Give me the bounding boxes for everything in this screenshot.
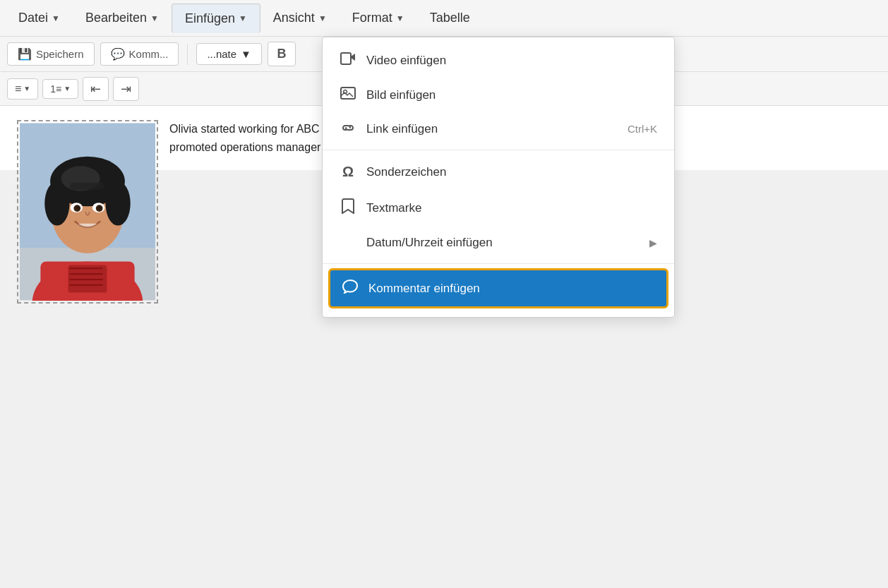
format-button[interactable]: ...nate ▼ (196, 43, 262, 65)
menu-einfuegen-label: Einfügen (185, 11, 235, 26)
dropdown-item-link[interactable]: Link einfügen Ctrl+K (323, 112, 674, 145)
comment-icon: 💬 (111, 47, 125, 61)
image-icon (340, 87, 356, 103)
dedent-button[interactable]: ⇤ (83, 77, 109, 101)
dropdown-bild-label: Bild einfügen (366, 88, 657, 102)
comment-button[interactable]: 💬 Komm... (100, 42, 179, 66)
chevron-down-icon: ▼ (23, 85, 30, 92)
unordered-list-button[interactable]: ≡ ▼ (7, 78, 38, 100)
link-icon (340, 121, 356, 136)
indent-icon: ⇥ (121, 82, 131, 96)
link-shortcut: Ctrl+K (628, 123, 657, 135)
menu-ansicht-label: Ansicht (273, 11, 315, 25)
dropdown-item-datum[interactable]: Datum/Uhrzeit einfügen ▶ (323, 227, 674, 259)
comment-bubble-icon (342, 280, 359, 297)
toolbar-separator (187, 44, 188, 65)
svg-point-6 (44, 181, 69, 226)
menu-ansicht[interactable]: Ansicht ▼ (260, 4, 340, 32)
bold-button[interactable]: B (268, 42, 296, 66)
menu-bearbeiten-label: Bearbeiten (85, 11, 147, 25)
dropdown-link-label: Link einfügen (366, 122, 618, 136)
dropdown-item-sonderzeichen[interactable]: Ω Sonderzeichen (323, 155, 674, 189)
format-label: ...nate (207, 48, 236, 60)
video-icon (340, 52, 356, 68)
chevron-down-icon: ▼ (318, 13, 327, 23)
menu-tabelle-label: Tabelle (430, 11, 470, 25)
dropdown-sonderzeichen-label: Sonderzeichen (366, 165, 657, 179)
menu-bar: Datei ▼ Bearbeiten ▼ Einfügen ▼ Ansicht … (0, 0, 888, 37)
chevron-down-icon: ▼ (64, 85, 71, 92)
chevron-down-icon: ▼ (396, 13, 404, 23)
profile-portrait (20, 123, 155, 301)
dropdown-textmarke-label: Textmarke (366, 201, 657, 215)
dropdown-item-video[interactable]: Video einfügen (323, 43, 674, 78)
dropdown-video-label: Video einfügen (366, 54, 657, 68)
svg-point-14 (76, 206, 79, 209)
submenu-arrow-icon: ▶ (649, 237, 657, 248)
dropdown-item-kommentar[interactable]: Kommentar einfügen (328, 268, 668, 308)
comment-label: Komm... (129, 48, 169, 60)
indent-button[interactable]: ⇥ (113, 77, 139, 101)
ordered-list-icon: 1≡ (50, 83, 61, 95)
bookmark-icon (340, 198, 356, 217)
svg-rect-9 (70, 183, 104, 190)
dedent-icon: ⇤ (90, 82, 101, 96)
save-button[interactable]: 💾 Speichern (7, 42, 95, 66)
chevron-down-icon: ▼ (239, 13, 247, 23)
dropdown-datum-label: Datum/Uhrzeit einfügen (366, 236, 640, 250)
svg-point-7 (105, 181, 130, 226)
chevron-down-icon: ▼ (241, 48, 251, 60)
chevron-down-icon: ▼ (52, 13, 60, 23)
menu-datei[interactable]: Datei ▼ (6, 4, 73, 32)
menu-bearbeiten[interactable]: Bearbeiten ▼ (73, 4, 172, 32)
omega-icon: Ω (340, 164, 356, 180)
chevron-down-icon: ▼ (150, 13, 159, 23)
save-icon: 💾 (18, 47, 32, 61)
menu-format[interactable]: Format ▼ (340, 4, 417, 32)
svg-point-15 (99, 206, 102, 209)
dropdown-item-bild[interactable]: Bild einfügen (323, 78, 674, 112)
menu-datei-label: Datei (18, 11, 48, 25)
dropdown-kommentar-label: Kommentar einfügen (368, 282, 655, 296)
menu-tabelle[interactable]: Tabelle (417, 4, 483, 32)
menu-einfuegen[interactable]: Einfügen ▼ (172, 4, 260, 33)
unordered-list-icon: ≡ (15, 83, 21, 95)
einfuegen-dropdown: Video einfügen Bild einfügen Link einfüg… (322, 37, 675, 318)
dropdown-item-textmarke[interactable]: Textmarke (323, 189, 674, 227)
bold-label: B (277, 47, 286, 61)
menu-format-label: Format (352, 11, 392, 25)
dropdown-separator-1 (323, 150, 674, 150)
profile-image-container (17, 120, 158, 304)
ordered-list-button[interactable]: 1≡ ▼ (42, 79, 78, 99)
save-label: Speichern (36, 48, 84, 60)
svg-rect-18 (341, 53, 351, 64)
dropdown-separator-2 (323, 263, 674, 264)
